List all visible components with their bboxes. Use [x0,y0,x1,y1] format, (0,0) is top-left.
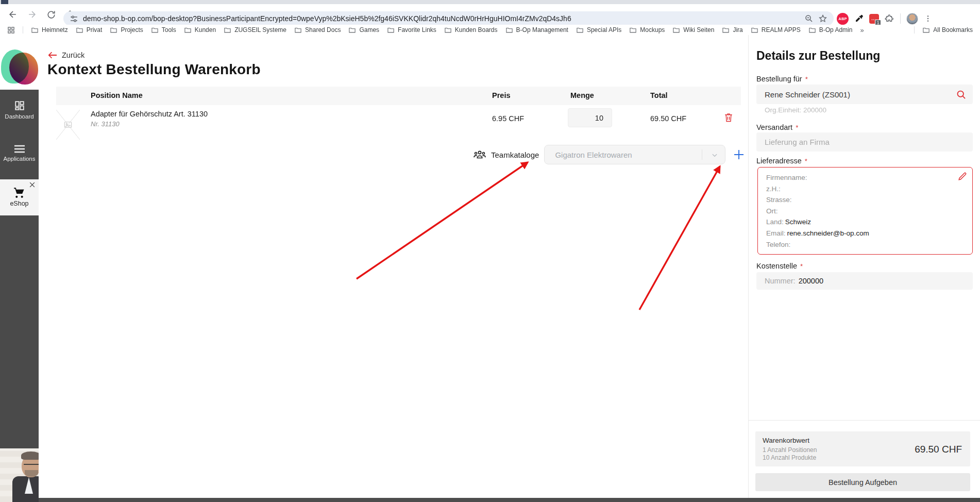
team-catalogs-row: Teamkataloge Gigatron Elektrowaren [474,145,745,164]
panel-divider [748,35,749,502]
sidebar-item-eshop[interactable]: eShop [0,179,39,215]
all-bookmarks[interactable]: All Bookmarks [922,26,973,34]
shipping-input[interactable]: Lieferung an Firma [756,132,973,152]
trash-icon [724,112,733,123]
bookmark-folder[interactable]: Jira [722,26,742,34]
close-icon[interactable] [29,181,36,188]
bookmark-folder[interactable]: B-Op Admin [808,26,853,34]
summary-title: Warenkorbwert [763,437,963,444]
required-asterisk: * [796,124,798,131]
bookmarks-separator [23,26,23,34]
folder-icon [722,26,730,34]
delivery-address-label: Lieferadresse* [756,157,807,165]
bookmark-folder[interactable]: Projects [110,26,143,34]
bookmark-folder[interactable]: Heimnetz [31,26,68,34]
bookmark-folder[interactable]: Special APIs [576,26,621,34]
back-arrow-icon [47,51,58,59]
omnibox[interactable] [63,11,834,26]
quantity-input[interactable] [568,108,612,127]
tune-icon[interactable] [70,14,78,23]
arrow-to-plus-button [639,166,720,310]
bookmark-folder[interactable]: Wiki Seiten [672,26,714,34]
order-for-input[interactable]: Rene Schneider (ZS001) [756,85,973,104]
horizontal-scrollbar[interactable] [39,498,980,502]
required-asterisk: * [805,75,808,83]
summary-total: 69.50 CHF [915,444,962,455]
folder-icon [76,26,83,34]
arrow-to-teamkataloge [357,162,528,279]
col-total: Total [650,91,668,99]
bookmark-folder[interactable]: Kunden [184,26,216,34]
product-name: Adapter für Gehörschutz Art. 31130 [91,110,208,118]
toolbar-separator [900,13,901,24]
bookmark-folder[interactable]: Favorite Links [387,26,436,34]
col-price: Preis [492,91,510,99]
product-number: Nr. 31130 [91,120,120,128]
hamburger-icon [13,144,26,154]
cart-row: Adapter für Gehörschutz Art. 31130 Nr. 3… [56,105,741,145]
bookmark-folder[interactable]: REALM APPS [751,26,801,34]
sidebar-profile-photo [0,448,39,502]
bookmarks-overflow-icon[interactable]: » [860,26,864,34]
back-icon[interactable] [6,8,20,21]
product-image-placeholder [56,110,80,140]
delivery-address-box: Firmenname: z.H.: Strasse: Ort: Land:Sch… [757,167,973,255]
edit-pencil-icon[interactable] [957,172,967,181]
app-sidebar: Dashboard Applications eShop [0,35,39,502]
folder-icon [505,26,513,34]
bookmark-star-icon[interactable] [818,14,827,23]
bookmark-folder[interactable]: Shared Docs [294,26,341,34]
url-input[interactable] [83,14,800,23]
folder-icon [751,26,758,34]
folder-icon [576,26,584,34]
eyedropper-icon[interactable] [854,14,864,23]
plus-icon [733,148,745,161]
address-line: z.H.: [766,183,964,195]
bookmark-folder[interactable]: B-Op Management [505,26,568,34]
red-extension-icon[interactable]: ... 1 [869,14,879,24]
bookmark-folder[interactable]: Mockups [629,26,665,34]
menu-dots-icon[interactable] [924,14,932,23]
bookmark-folder[interactable]: Privat [76,26,103,34]
address-line: Firmenname: [766,172,964,183]
chevron-down-icon[interactable] [711,152,718,159]
bookmark-folder[interactable]: Tools [151,26,176,34]
bookmark-folder[interactable]: Games [348,26,379,34]
required-asterisk: * [805,157,807,165]
folder-icon [808,26,816,34]
forward-icon[interactable] [25,8,39,21]
back-link[interactable]: Zurück [47,51,85,59]
extensions-puzzle-icon[interactable] [885,14,894,24]
team-catalog-select[interactable]: Gigatron Elektrowaren [544,145,725,164]
cost-center-input[interactable]: Nummer:200000 [756,272,973,290]
bookmark-folder[interactable]: ZUGSEIL Systeme [224,26,286,34]
reload-icon[interactable] [44,8,58,21]
search-icon[interactable] [956,89,967,100]
apps-grid-icon[interactable] [7,26,15,34]
cart-summary: Warenkorbwert 1 Anzahl Positionen 10 Anz… [755,431,970,466]
folder-icon [110,26,117,34]
folder-icon [224,26,231,34]
delete-item-button[interactable] [724,112,733,123]
select-value: Gigatron Elektrowaren [555,150,632,159]
folder-icon [922,26,930,34]
bookmarks-bar: Heimnetz Privat Projects Tools Kunden [0,25,980,35]
col-quantity: Menge [570,91,594,99]
team-catalogs-label: Teamkataloge [491,150,539,159]
folder-icon [184,26,192,34]
zoom-icon[interactable] [804,14,814,23]
bookmark-folder[interactable]: Kunden Boards [444,26,498,34]
address-line: Strasse: [766,194,964,206]
cart-table-header: Position Name Preis Menge Total [56,87,741,105]
product-price: 6.95 CHF [492,114,524,123]
add-catalog-button[interactable] [733,148,745,161]
sidebar-item-dashboard[interactable]: Dashboard [0,100,39,120]
folder-icon [294,26,302,34]
profile-avatar[interactable] [906,13,918,25]
page-title: Kontext Bestellung Warenkorb [47,61,261,78]
org-unit-note: Org.Einheit: 200000 [765,106,826,114]
sidebar-item-applications[interactable]: Applications [0,144,39,162]
folder-icon [151,26,159,34]
submit-order-button[interactable]: Bestellung Aufgeben [755,473,970,491]
adblock-icon[interactable]: ABP [837,13,849,25]
